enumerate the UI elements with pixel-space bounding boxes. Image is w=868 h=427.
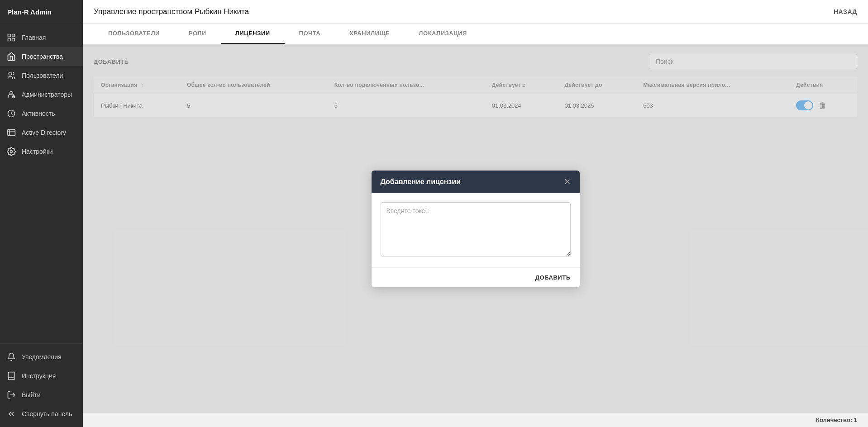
modal-title: Добавление лицензии bbox=[381, 178, 461, 186]
sidebar: Plan-R Admin Главная Пространства Пользо… bbox=[0, 0, 83, 427]
sidebar-item-admins-label: Администраторы bbox=[22, 91, 72, 98]
page-title: Управление пространством Рыбкин Никита bbox=[94, 7, 249, 16]
instructions-label: Инструкция bbox=[22, 372, 56, 380]
sidebar-item-users-label: Пользователи bbox=[22, 72, 63, 79]
sidebar-item-spaces[interactable]: Пространства bbox=[0, 47, 83, 66]
sidebar-item-instructions[interactable]: Инструкция bbox=[0, 366, 83, 385]
content-area: ДОБАВИТЬ Организация ↑ Общее кол-во поль… bbox=[83, 45, 868, 413]
svg-rect-8 bbox=[8, 129, 15, 135]
sidebar-item-home[interactable]: Главная bbox=[0, 28, 83, 47]
svg-rect-2 bbox=[8, 38, 11, 41]
svg-point-11 bbox=[10, 151, 13, 153]
back-button[interactable]: НАЗАД bbox=[834, 8, 857, 15]
svg-rect-1 bbox=[12, 34, 15, 37]
modal-close-button[interactable]: ✕ bbox=[564, 178, 571, 186]
modal-header: Добавление лицензии ✕ bbox=[372, 171, 580, 193]
svg-point-4 bbox=[9, 72, 12, 76]
sidebar-item-users[interactable]: Пользователи bbox=[0, 66, 83, 85]
sidebar-nav: Главная Пространства Пользователи Админи… bbox=[0, 24, 83, 343]
svg-rect-3 bbox=[12, 38, 15, 41]
active-directory-icon bbox=[6, 128, 16, 138]
sidebar-item-logout[interactable]: Выйти bbox=[0, 385, 83, 404]
svg-rect-0 bbox=[8, 34, 11, 37]
sidebar-item-activity-label: Активность bbox=[22, 110, 55, 117]
logout-label: Выйти bbox=[22, 391, 40, 399]
activity-icon bbox=[6, 109, 16, 119]
bell-icon bbox=[6, 352, 16, 362]
sidebar-item-collapse[interactable]: Свернуть панель bbox=[0, 404, 83, 423]
modal-body bbox=[372, 193, 580, 267]
token-textarea[interactable] bbox=[381, 202, 571, 256]
modal-overlay: Добавление лицензии ✕ ДОБАВИТЬ bbox=[83, 45, 868, 413]
main-area: Управление пространством Рыбкин Никита Н… bbox=[83, 0, 868, 427]
footer: Количество: 1 bbox=[83, 413, 868, 427]
tab-mail[interactable]: ПОЧТА bbox=[285, 24, 335, 44]
spaces-icon bbox=[6, 52, 16, 62]
home-icon bbox=[6, 33, 16, 43]
modal-footer: ДОБАВИТЬ bbox=[372, 267, 580, 287]
tab-licenses[interactable]: ЛИЦЕНЗИИ bbox=[221, 24, 285, 44]
tabs-bar: ПОЛЬЗОВАТЕЛИ РОЛИ ЛИЦЕНЗИИ ПОЧТА ХРАНИЛИ… bbox=[83, 24, 868, 45]
settings-icon bbox=[6, 147, 16, 157]
tab-localization[interactable]: ЛОКАЛИЗАЦИЯ bbox=[404, 24, 481, 44]
sidebar-item-settings[interactable]: Настройки bbox=[0, 142, 83, 161]
tab-storage[interactable]: ХРАНИЛИЩЕ bbox=[335, 24, 404, 44]
sidebar-item-notifications[interactable]: Уведомления bbox=[0, 347, 83, 366]
book-icon bbox=[6, 371, 16, 381]
collapse-label: Свернуть панель bbox=[22, 410, 72, 418]
add-license-modal: Добавление лицензии ✕ ДОБАВИТЬ bbox=[372, 171, 580, 287]
sidebar-item-settings-label: Настройки bbox=[22, 148, 53, 155]
notifications-label: Уведомления bbox=[22, 353, 62, 361]
sidebar-item-active-directory-label: Active Directory bbox=[22, 129, 66, 136]
tab-roles[interactable]: РОЛИ bbox=[174, 24, 221, 44]
users-icon bbox=[6, 71, 16, 81]
logout-icon bbox=[6, 390, 16, 400]
sidebar-item-activity[interactable]: Активность bbox=[0, 104, 83, 123]
sidebar-bottom: Уведомления Инструкция Выйти Свернуть па… bbox=[0, 343, 83, 427]
admins-icon bbox=[6, 90, 16, 100]
modal-add-button[interactable]: ДОБАВИТЬ bbox=[535, 274, 571, 281]
sidebar-item-admins[interactable]: Администраторы bbox=[0, 85, 83, 104]
collapse-icon bbox=[6, 409, 16, 419]
sidebar-item-active-directory[interactable]: Active Directory bbox=[0, 123, 83, 142]
count-label: Количество: 1 bbox=[816, 417, 857, 423]
tab-users[interactable]: ПОЛЬЗОВАТЕЛИ bbox=[94, 24, 174, 44]
sidebar-item-home-label: Главная bbox=[22, 34, 46, 41]
sidebar-item-spaces-label: Пространства bbox=[22, 53, 63, 60]
header: Управление пространством Рыбкин Никита Н… bbox=[83, 0, 868, 24]
app-title: Plan-R Admin bbox=[0, 0, 83, 24]
